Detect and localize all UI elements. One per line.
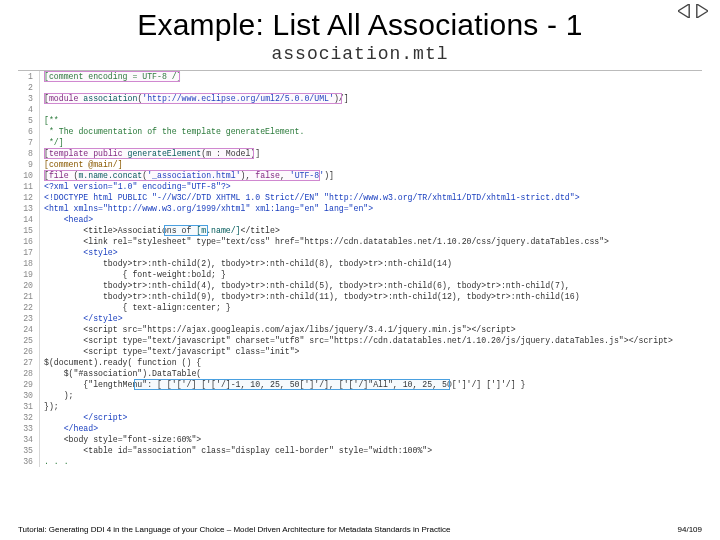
code-line: 33 </head> [18,423,702,434]
code-text: <table id="association" class="display c… [40,445,702,456]
slide-title: Example: List All Associations - 1 [0,8,720,42]
line-number: 16 [18,236,40,247]
code-text: [** [40,115,702,126]
code-line: 24 <script src="https://ajax.googleapis.… [18,324,702,335]
code-text: <script type="text/javascript" charset="… [40,335,702,346]
line-number: 10 [18,170,40,181]
prev-icon[interactable] [678,4,692,22]
line-number: 23 [18,313,40,324]
slide-footer: Tutorial: Generating DDI 4 in the Langua… [18,525,702,534]
code-line: 15 <title>Associations of [m.name/]</tit… [18,225,702,236]
line-number: 2 [18,82,40,93]
code-line: 6 * The documentation of the template ge… [18,126,702,137]
slide-nav [678,4,708,22]
code-line: 35 <table id="association" class="displa… [18,445,702,456]
code-line: 4 [18,104,702,115]
code-line: 32 </script> [18,412,702,423]
code-line: 36. . . [18,456,702,467]
line-number: 29 [18,379,40,390]
code-line: 14 <head> [18,214,702,225]
code-line: 34 <body style="font-size:60%"> [18,434,702,445]
code-line: 9[comment @main/] [18,159,702,170]
code-line: 11<?xml version="1.0" encoding="UTF-8"?> [18,181,702,192]
code-text: */] [40,137,702,148]
line-number: 4 [18,104,40,115]
next-icon[interactable] [694,4,708,22]
code-text: * The documentation of the template gene… [40,126,702,137]
code-text: [comment @main/] [40,159,702,170]
line-number: 1 [18,71,40,82]
code-line: 19 { font-weight:bold; } [18,269,702,280]
code-text: {"lengthMenu": [ ['['/] ['['/]-1, 10, 25… [40,379,702,390]
code-line: 2 [18,82,702,93]
code-text: <title>Associations of [m.name/]</title> [40,225,702,236]
line-number: 31 [18,401,40,412]
code-line: 16 <link rel="stylesheet" type="text/css… [18,236,702,247]
code-line: 21 tbody>tr>:nth-child(9), tbody>tr>:nth… [18,291,702,302]
line-number: 18 [18,258,40,269]
code-text: }); [40,401,702,412]
line-number: 8 [18,148,40,159]
line-number: 28 [18,368,40,379]
code-text: <link rel="stylesheet" type="text/css" h… [40,236,702,247]
code-line: 17 <style> [18,247,702,258]
line-number: 14 [18,214,40,225]
line-number: 36 [18,456,40,467]
code-text: <?xml version="1.0" encoding="UTF-8"?> [40,181,702,192]
line-number: 26 [18,346,40,357]
line-number: 20 [18,280,40,291]
page-number: 94/109 [678,525,702,534]
code-line: 30 ); [18,390,702,401]
code-line: 18 tbody>tr>:nth-child(2), tbody>tr>:nth… [18,258,702,269]
code-line: 22 { text-align:center; } [18,302,702,313]
code-text: </script> [40,412,702,423]
code-line: 1[comment encoding = UTF-8 /] [18,71,702,82]
line-number: 19 [18,269,40,280]
code-text: . . . [40,456,702,467]
line-number: 32 [18,412,40,423]
line-number: 34 [18,434,40,445]
line-number: 12 [18,192,40,203]
code-line: 28 $("#association").DataTable( [18,368,702,379]
code-text: tbody>tr>:nth-child(2), tbody>tr>:nth-ch… [40,258,702,269]
line-number: 33 [18,423,40,434]
line-number: 15 [18,225,40,236]
line-number: 6 [18,126,40,137]
code-line: 8[template public generateElement(m : Mo… [18,148,702,159]
line-number: 25 [18,335,40,346]
line-number: 35 [18,445,40,456]
slide-subtitle: association.mtl [0,44,720,64]
code-text [40,82,702,93]
code-text: ); [40,390,702,401]
code-line: 29 {"lengthMenu": [ ['['/] ['['/]-1, 10,… [18,379,702,390]
line-number: 7 [18,137,40,148]
line-number: 27 [18,357,40,368]
line-number: 21 [18,291,40,302]
line-number: 13 [18,203,40,214]
code-text: tbody>tr>:nth-child(4), tbody>tr>:nth-ch… [40,280,702,291]
code-text [40,104,702,115]
code-text: <body style="font-size:60%"> [40,434,702,445]
code-line: 25 <script type="text/javascript" charse… [18,335,702,346]
code-text: [module association('http://www.eclipse.… [40,93,702,104]
footer-text: Tutorial: Generating DDI 4 in the Langua… [18,525,450,534]
line-number: 11 [18,181,40,192]
code-line: 31}); [18,401,702,412]
code-line: 26 <script type="text/javascript" class=… [18,346,702,357]
code-text: [file (m.name.concat('_association.html'… [40,170,702,181]
code-text: $("#association").DataTable( [40,368,702,379]
code-editor: 1[comment encoding = UTF-8 /]23[module a… [18,70,702,467]
code-text: <html xmlns="http://www.w3.org/1999/xhtm… [40,203,702,214]
code-text: <!DOCTYPE html PUBLIC "-//W3C//DTD XHTML… [40,192,702,203]
code-text: <script type="text/javascript" class="in… [40,346,702,357]
code-line: 12<!DOCTYPE html PUBLIC "-//W3C//DTD XHT… [18,192,702,203]
code-text: <script src="https://ajax.googleapis.com… [40,324,702,335]
code-line: 23 </style> [18,313,702,324]
code-text: { text-align:center; } [40,302,702,313]
line-number: 3 [18,93,40,104]
code-line: 7 */] [18,137,702,148]
code-line: 3[module association('http://www.eclipse… [18,93,702,104]
line-number: 24 [18,324,40,335]
code-text: </style> [40,313,702,324]
code-text: [template public generateElement(m : Mod… [40,148,702,159]
